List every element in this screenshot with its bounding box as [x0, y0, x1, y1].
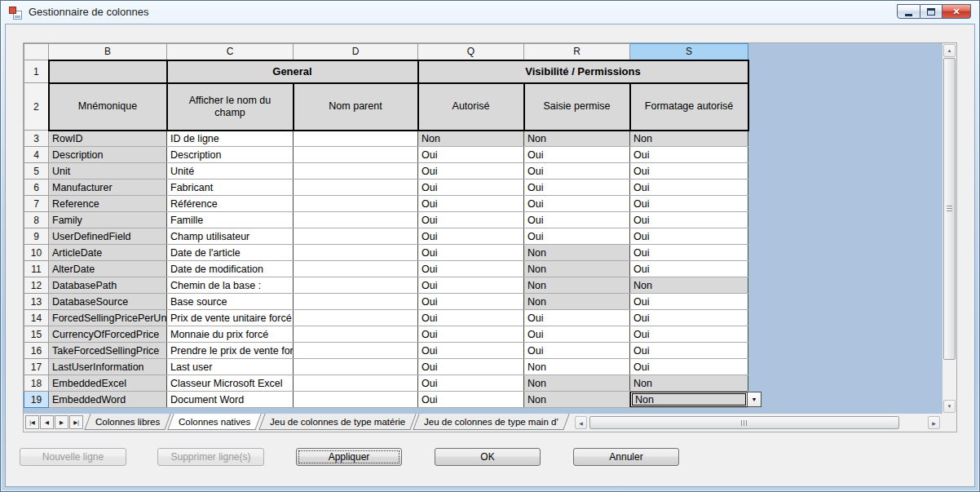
cell-display-name[interactable]: Date de modification — [167, 261, 294, 277]
next-tab-button[interactable]: ▶ — [55, 415, 68, 429]
cell-parent[interactable] — [294, 245, 418, 261]
scroll-down-button[interactable]: ▼ — [943, 400, 956, 413]
cell-mnemonique[interactable]: UserDefinedField — [49, 228, 167, 245]
cell-mnemonique[interactable]: Unit — [49, 163, 167, 180]
cell-saisie[interactable]: Oui — [524, 228, 630, 245]
cell-saisie[interactable]: Oui — [524, 163, 630, 180]
cell-formatage[interactable]: Oui — [630, 245, 748, 261]
cell-saisie[interactable]: Non — [524, 245, 630, 261]
tab-jeu-colonnes-materiel[interactable]: Jeu de colonnes de type matérie — [258, 414, 416, 430]
cell-saisie[interactable]: Non — [524, 131, 630, 147]
horizontal-scrollbar-thumb[interactable] — [589, 416, 899, 429]
cell-mnemonique[interactable]: ArticleDate — [49, 245, 167, 261]
column-header-R[interactable]: R — [524, 44, 630, 60]
header-afficher-nom[interactable]: Afficher le nom du champ — [167, 83, 294, 131]
row-header[interactable]: 16 — [24, 343, 49, 359]
cell-display-name[interactable]: Monnaie du prix forcé — [167, 326, 294, 343]
cell-mnemonique[interactable]: EmbeddedWord — [49, 392, 167, 408]
header-autorise[interactable]: Autorisé — [418, 83, 524, 131]
cell-mnemonique[interactable]: Manufacturer — [49, 180, 167, 196]
column-header-D[interactable]: D — [294, 44, 418, 60]
header-saisie-permise[interactable]: Saisie permise — [524, 83, 630, 131]
cell-formatage[interactable]: Oui — [630, 147, 748, 163]
header-formatage-autorise[interactable]: Formatage autorisé — [630, 83, 748, 131]
cell-formatage[interactable]: Oui — [630, 163, 748, 180]
cell-autorise[interactable]: Oui — [418, 310, 524, 326]
cell-autorise[interactable]: Oui — [418, 196, 524, 212]
ok-button[interactable]: OK — [435, 448, 541, 466]
row-header[interactable]: 3 — [24, 131, 49, 147]
cell-display-name[interactable]: Champ utilisateur — [167, 228, 294, 245]
cell-saisie[interactable]: Non — [524, 277, 630, 294]
cell-parent[interactable] — [294, 277, 418, 294]
title-bar[interactable]: Gestionnaire de colonnes ✕ — [0, 0, 980, 24]
tab-jeu-colonnes-main-doeuvre[interactable]: Jeu de colonnes de type main d' — [413, 414, 569, 430]
cell-autorise[interactable]: Oui — [418, 147, 524, 163]
cell-autorise[interactable]: Oui — [418, 375, 524, 392]
close-button[interactable]: ✕ — [942, 4, 971, 19]
cell-mnemonique[interactable]: EmbeddedExcel — [49, 375, 167, 392]
cell-formatage[interactable]: Oui — [630, 212, 748, 228]
cell-formatage[interactable]: Oui — [630, 326, 748, 343]
cell-autorise[interactable]: Non — [418, 131, 524, 147]
cell-formatage[interactable]: Oui — [630, 228, 748, 245]
cell-parent[interactable] — [294, 392, 418, 408]
spreadsheet-area[interactable]: B C D Q R S 1 General Visibilité / Permi… — [24, 43, 942, 414]
cell-saisie[interactable]: Oui — [524, 147, 630, 163]
cell-formatage[interactable]: Oui — [630, 343, 748, 359]
cell-display-name[interactable]: Document Word — [167, 392, 294, 408]
cell-parent[interactable] — [294, 163, 418, 180]
vertical-scrollbar[interactable]: ▲ ▼ — [942, 43, 956, 414]
delete-lines-button[interactable]: Supprimer ligne(s) — [157, 448, 264, 466]
cell-mnemonique[interactable]: Description — [49, 147, 167, 163]
header-nom-parent[interactable]: Nom parent — [294, 83, 418, 131]
cell-display-name[interactable]: Date de l'article — [167, 245, 294, 261]
row-header[interactable]: 8 — [24, 212, 49, 228]
cell-saisie[interactable]: Oui — [524, 212, 630, 228]
row-header[interactable]: 12 — [24, 277, 49, 294]
cell-display-name[interactable]: Unité — [167, 163, 294, 180]
cell-display-name[interactable]: Référence — [167, 196, 294, 212]
cell-mnemonique[interactable]: LastUserInformation — [49, 359, 167, 375]
cell-formatage[interactable]: Oui — [630, 261, 748, 277]
cell-saisie[interactable]: Non — [524, 294, 630, 310]
combo-editor[interactable]: Non — [630, 392, 748, 407]
cell-parent[interactable] — [294, 375, 418, 392]
cell-autorise[interactable]: Oui — [418, 359, 524, 375]
row-header[interactable]: 18 — [24, 375, 49, 392]
cell-parent[interactable] — [294, 343, 418, 359]
cell-parent[interactable] — [294, 310, 418, 326]
row-header[interactable]: 2 — [24, 83, 49, 131]
corner-cell[interactable] — [24, 44, 49, 60]
row-header[interactable]: 17 — [24, 359, 49, 375]
cell-mnemonique[interactable]: ForcedSellingPricePerUnit — [49, 310, 167, 326]
row-header[interactable]: 13 — [24, 294, 49, 310]
column-header-Q[interactable]: Q — [418, 44, 524, 60]
cell-mnemonique[interactable]: RowID — [49, 131, 167, 147]
cell-mnemonique[interactable]: DatabaseSource — [49, 294, 167, 310]
cell-parent[interactable] — [294, 131, 418, 147]
group-header-empty[interactable] — [49, 60, 167, 83]
cell-autorise[interactable]: Oui — [418, 261, 524, 277]
cell-autorise[interactable]: Oui — [418, 294, 524, 310]
column-header-C[interactable]: C — [167, 44, 294, 60]
cell-formatage[interactable]: Oui — [630, 180, 748, 196]
cell-parent[interactable] — [294, 294, 418, 310]
row-header[interactable]: 5 — [24, 163, 49, 180]
cell-parent[interactable] — [294, 196, 418, 212]
row-header[interactable]: 9 — [24, 228, 49, 245]
cell-autorise[interactable]: Oui — [418, 392, 524, 408]
cell-mnemonique[interactable]: CurrencyOfForcedPrice — [49, 326, 167, 343]
cell-display-name[interactable]: Chemin de la base : — [167, 277, 294, 294]
cell-saisie[interactable]: Non — [524, 375, 630, 392]
row-header[interactable]: 6 — [24, 180, 49, 196]
cell-saisie[interactable]: Oui — [524, 196, 630, 212]
cancel-button[interactable]: Annuler — [573, 448, 679, 466]
cell-parent[interactable] — [294, 228, 418, 245]
cell-saisie[interactable]: Oui — [524, 180, 630, 196]
cell-display-name[interactable]: ID de ligne — [167, 131, 294, 147]
cell-autorise[interactable]: Oui — [418, 163, 524, 180]
cell-autorise[interactable]: Oui — [418, 326, 524, 343]
cell-mnemonique[interactable]: AlterDate — [49, 261, 167, 277]
cell-display-name[interactable]: Prendre le prix de vente for — [167, 343, 294, 359]
